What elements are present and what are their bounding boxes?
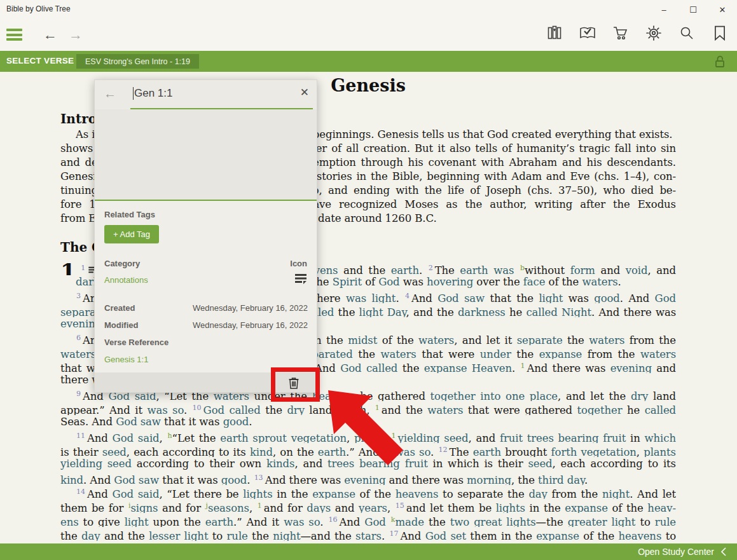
close-button[interactable]: ✕ [708,0,737,19]
search-icon[interactable] [678,25,695,41]
verse-reference-pill[interactable]: ESV Strong's Gen Intro - 1:19 [76,54,199,69]
popup-close-icon[interactable]: ✕ [300,86,309,99]
note-body-area[interactable] [95,109,317,201]
annotation-note-icon[interactable] [294,271,308,288]
main-toolbar: ← → [0,19,737,51]
study-center-bar[interactable]: Open Study Center [0,543,737,560]
maximize-button[interactable]: ☐ [678,0,708,19]
popup-back-icon[interactable]: ← [104,86,116,101]
category-value-link[interactable]: Annotations [104,275,148,285]
unlock-icon[interactable] [713,55,727,71]
gear-icon[interactable] [645,25,662,41]
menu-icon[interactable] [6,29,22,41]
created-value: Wednesday, February 16, 2022 [193,303,308,313]
verse-line: ens to give light upon the earth.” And i… [60,513,676,527]
forward-arrow-icon[interactable]: → [65,24,86,46]
text-caret [133,87,134,100]
verse-line: the day and the lesser light to rule the… [60,527,676,541]
bookmark-icon[interactable] [712,25,728,41]
modified-label: Modified [104,320,138,330]
note-details-popup: ← Gen 1:1 ✕ Related Tags + Add Tag Categ… [94,79,317,393]
chevron-left-icon [720,547,727,556]
add-tag-button[interactable]: + Add Tag [104,225,159,243]
verse-reference-link[interactable]: Genesis 1:1 [104,355,148,364]
created-label: Created [104,303,135,313]
app-window: Bible by Olive Tree – ☐ ✕ ← → [0,0,737,560]
select-verse-label: SELECT VERSE [6,56,74,65]
open-study-center-label[interactable]: Open Study Center [638,547,714,557]
library-icon[interactable] [546,25,563,41]
window-title: Bible by Olive Tree [6,4,71,13]
verse-reference-label: Verse Reference [104,338,169,347]
verse-line: 14And God said, “Let there be lights in … [76,485,676,499]
back-arrow-icon[interactable]: ← [39,24,61,46]
chapter-number: 1 [60,266,76,275]
category-label: Category [104,259,140,268]
select-verse-bar: SELECT VERSE ESV Strong's Gen Intro - 1:… [0,51,737,72]
note-title-input[interactable]: Gen 1:1 [134,87,173,100]
modified-value: Wednesday, February 16, 2022 [193,320,308,330]
verse-line: them be for isigns and for jseasons, 1an… [60,499,676,513]
cart-icon[interactable] [612,25,629,41]
icon-label: Icon [290,259,307,268]
pointer-red-arrow [299,369,426,477]
minimize-button[interactable]: – [649,0,678,19]
related-tags-label: Related Tags [104,210,155,219]
title-bar: Bible by Olive Tree – ☐ ✕ [0,0,737,19]
popup-header: ← Gen 1:1 ✕ [95,80,317,109]
reading-plan-icon[interactable] [579,25,596,41]
